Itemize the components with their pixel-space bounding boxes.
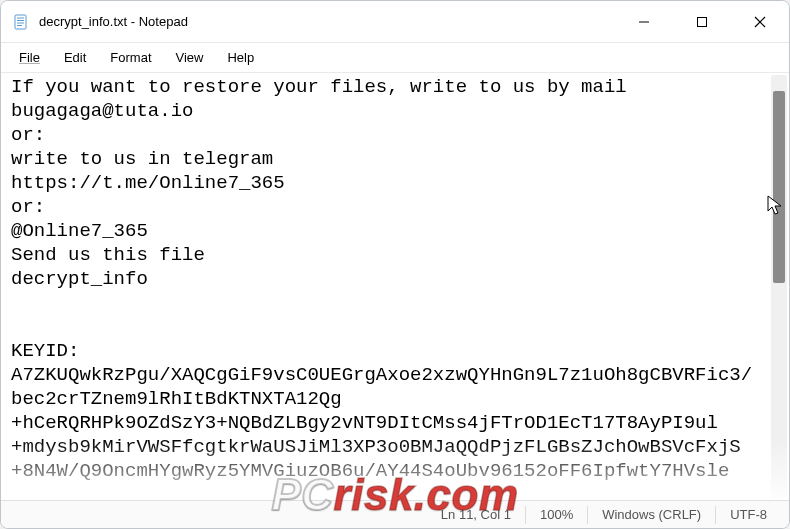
minimize-button[interactable] — [615, 1, 673, 42]
vertical-scrollbar[interactable] — [771, 75, 787, 498]
svg-rect-0 — [15, 15, 26, 29]
close-button[interactable] — [731, 1, 789, 42]
menu-format[interactable]: Format — [98, 46, 163, 69]
status-position: Ln 11, Col 1 — [427, 506, 525, 524]
titlebar[interactable]: decrypt_info.txt - Notepad — [1, 1, 789, 43]
notepad-icon — [13, 14, 29, 30]
svg-rect-6 — [698, 17, 707, 26]
maximize-button[interactable] — [673, 1, 731, 42]
status-line-ending: Windows (CRLF) — [587, 506, 715, 524]
menubar: File Edit Format View Help — [1, 43, 789, 73]
menu-edit[interactable]: Edit — [52, 46, 98, 69]
status-zoom: 100% — [525, 506, 587, 524]
window-title: decrypt_info.txt - Notepad — [39, 14, 615, 29]
status-encoding: UTF-8 — [715, 506, 781, 524]
text-editor[interactable]: If you want to restore your files, write… — [1, 73, 771, 500]
notepad-window: decrypt_info.txt - Notepad File Edit For… — [0, 0, 790, 529]
statusbar: Ln 11, Col 1 100% Windows (CRLF) UTF-8 — [1, 500, 789, 528]
menu-help[interactable]: Help — [215, 46, 266, 69]
content-area: If you want to restore your files, write… — [1, 73, 789, 500]
window-controls — [615, 1, 789, 42]
menu-file[interactable]: File — [7, 46, 52, 69]
menu-view[interactable]: View — [164, 46, 216, 69]
scroll-thumb[interactable] — [773, 91, 785, 283]
